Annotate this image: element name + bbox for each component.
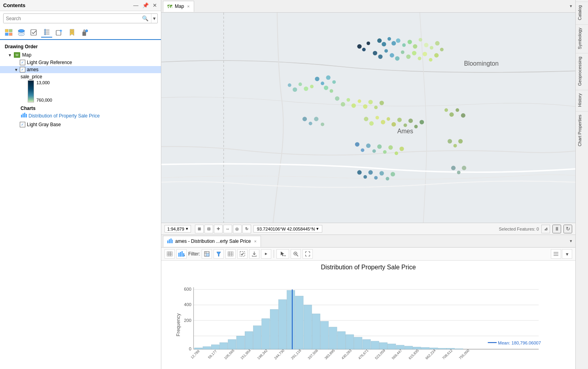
color-ramp-bar (28, 80, 34, 102)
ramp-min-value: 760,000 (36, 98, 52, 102)
svg-rect-115 (169, 239, 170, 243)
sidebar-item-history[interactable]: History (576, 90, 588, 110)
bar-chart-icon (21, 112, 27, 119)
rotation-button[interactable]: ↻ (242, 225, 251, 233)
search-dropdown-button[interactable]: ▾ (151, 14, 157, 23)
navigate-button[interactable]: ↔ (223, 225, 232, 233)
list-by-selection-icon[interactable] (28, 27, 40, 38)
chart-content: Distribution of Property Sale Price Freq… (161, 261, 575, 369)
light-gray-base-row[interactable]: ✓ Light Gray Base (0, 121, 161, 128)
legend-ramp: 13,000 760,000 (0, 80, 161, 104)
map-layer-row[interactable]: ▼ M Map (0, 51, 161, 59)
chart-panel: ames - Distribution ...erty Sale Price ×… (161, 235, 575, 369)
refresh-button[interactable]: ↻ (563, 225, 572, 233)
list-by-drawing-order-icon[interactable] (3, 27, 14, 38)
select-chart-button[interactable] (237, 249, 248, 259)
export-chart-button[interactable] (249, 249, 259, 259)
svg-point-66 (346, 98, 350, 102)
svg-rect-188 (438, 348, 446, 349)
ames-layer-label: ames (27, 67, 38, 72)
expand-button[interactable] (303, 249, 313, 259)
map-tab[interactable]: 🗺 Map × (163, 1, 194, 12)
add-data-icon[interactable] (54, 27, 65, 38)
filter-features-button[interactable]: ⊿ (541, 225, 550, 233)
grid-button[interactable]: ⊟ (204, 225, 213, 233)
svg-point-47 (406, 55, 410, 59)
svg-point-31 (391, 41, 396, 45)
svg-rect-114 (167, 240, 168, 243)
list-button[interactable] (551, 249, 561, 259)
svg-point-59 (288, 83, 291, 87)
arrow-button[interactable] (261, 249, 271, 259)
svg-point-95 (372, 149, 376, 153)
grid-chart-button[interactable] (225, 249, 236, 259)
list-by-data-source-icon[interactable] (16, 27, 27, 38)
chart-tab-dropdown[interactable]: ▾ (568, 237, 574, 245)
map-expand-arrow[interactable]: ▼ (8, 53, 13, 57)
sidebar-item-catalog[interactable]: Catalog (576, 2, 588, 23)
svg-rect-116 (170, 238, 172, 243)
ames-expand-arrow[interactable]: ▼ (14, 68, 20, 72)
ames-checkbox[interactable]: ✓ (20, 67, 25, 72)
chart-tab[interactable]: ames - Distribution ...erty Sale Price × (163, 236, 261, 247)
tab-bar-dropdown[interactable]: ▾ (568, 2, 574, 10)
svg-text:755,000: 755,000 (458, 348, 470, 360)
scale-selector[interactable]: 1:94,879 ▾ (164, 225, 191, 233)
svg-point-106 (386, 177, 389, 180)
light-gray-ref-checkbox[interactable]: ✓ (20, 60, 25, 65)
map-tab-close[interactable]: × (187, 4, 189, 9)
svg-rect-117 (172, 240, 173, 243)
svg-rect-164 (236, 336, 244, 349)
svg-point-39 (435, 41, 439, 45)
search-input[interactable] (4, 14, 140, 23)
zoom-button[interactable] (291, 249, 301, 259)
close-panel-button[interactable]: ✕ (152, 2, 158, 8)
svg-point-94 (366, 144, 371, 148)
svg-point-87 (461, 113, 465, 117)
search-button[interactable]: 🔍 (140, 14, 151, 23)
svg-rect-175 (329, 327, 337, 349)
svg-point-68 (357, 99, 361, 103)
svg-point-50 (423, 52, 427, 56)
chart-item[interactable]: Distribution of Property Sale Price (21, 112, 158, 119)
contents-toolbar (0, 26, 161, 40)
light-gray-ref-row[interactable]: ✓ Light Gray Reference (0, 59, 161, 66)
svg-point-109 (454, 144, 457, 148)
svg-point-52 (434, 53, 439, 57)
y-axis-label: Frequency (176, 313, 181, 336)
svg-point-54 (321, 81, 324, 85)
sidebar-item-geoprocessing[interactable]: Geoprocessing (576, 53, 588, 89)
table-view-button[interactable] (164, 249, 175, 259)
full-extent-button[interactable]: ⊞ (195, 225, 204, 233)
pin-button[interactable]: 📌 (142, 2, 149, 8)
svg-point-100 (399, 147, 404, 151)
sidebar-item-symbology[interactable]: Symbology (576, 24, 588, 52)
bookmark-icon[interactable] (66, 27, 78, 38)
sidebar-item-chart-properties[interactable]: Chart Properties (576, 111, 588, 149)
chart-type-button[interactable]: ▾ (176, 249, 187, 259)
svg-rect-167 (262, 319, 270, 349)
svg-point-102 (363, 175, 367, 179)
pause-button[interactable]: ⏸ (552, 225, 561, 233)
dropdown-button[interactable]: ▾ (562, 249, 572, 259)
svg-point-42 (378, 55, 382, 59)
coordinate-display[interactable]: 93.7240106°W 42.0058445°N ▾ (253, 225, 322, 233)
ames-layer-row[interactable]: ▼ ✓ ames (0, 66, 161, 73)
light-gray-base-checkbox[interactable]: ✓ (20, 122, 25, 127)
crosshair-button[interactable]: ✛ (214, 225, 223, 233)
auto-hide-button[interactable]: — (132, 2, 139, 8)
locate-button[interactable]: ◎ (233, 225, 242, 233)
svg-point-83 (420, 120, 424, 124)
drawing-order-icon[interactable] (41, 27, 52, 38)
svg-text:244,730: 244,730 (273, 348, 285, 360)
svg-point-98 (388, 145, 393, 149)
filter-extent-button[interactable] (202, 249, 212, 259)
filter-selection-button[interactable] (214, 249, 224, 259)
properties-icon[interactable] (79, 27, 90, 38)
cursor-button[interactable]: ▾ (276, 249, 289, 259)
svg-rect-124 (180, 252, 181, 257)
map-container[interactable]: Bloomington Ames (161, 13, 575, 223)
histogram-svg: Frequency 600 400 200 0 (169, 276, 567, 367)
svg-point-113 (462, 166, 466, 170)
chart-tab-close[interactable]: × (254, 239, 256, 244)
